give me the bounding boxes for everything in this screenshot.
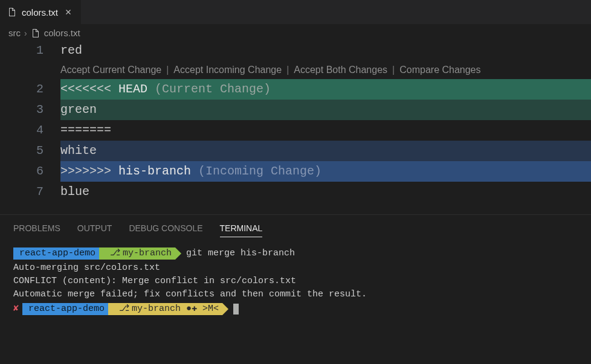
prompt-branch-chip: ⎇my-branch [99,247,175,260]
terminal-command: git merge his-branch [186,247,295,260]
terminal[interactable]: react-app-demo ⎇my-branch git merge his-… [0,243,591,323]
tab-debug-console[interactable]: DEBUG CONSOLE [129,223,202,237]
close-icon[interactable] [63,7,74,18]
conflict-separator[interactable]: ======= [60,120,591,141]
tab-problems[interactable]: PROBLEMS [13,223,60,237]
accept-both-link[interactable]: Accept Both Changes [294,61,387,79]
accept-current-link[interactable]: Accept Current Change [60,61,161,79]
prompt-repo-chip: react-app-demo [13,247,99,260]
terminal-line: react-app-demo ⎇my-branch git merge his-… [13,247,578,260]
terminal-output: CONFLICT (content): Merge conflict in sr… [13,275,578,288]
breadcrumb-folder[interactable]: src [8,28,21,38]
conflict-current-marker[interactable]: <<<<<<< HEAD (Current Change) [60,79,591,100]
chevron-right-icon: › [24,28,27,38]
branch-icon: ⎇ [110,248,120,258]
tab-label: colors.txt [22,7,58,18]
gutter: 7 [0,182,60,202]
code-text[interactable]: white [60,141,591,161]
prompt-repo-chip: react-app-demo [22,303,108,315]
tab-colors-txt[interactable]: colors.txt [0,0,81,24]
separator: | [166,61,169,79]
conflict-incoming-marker[interactable]: >>>>>>> his-branch (Incoming Change) [60,161,591,182]
bottom-panel: PROBLEMS OUTPUT DEBUG CONSOLE TERMINAL r… [0,214,591,323]
breadcrumb[interactable]: src › colors.txt [0,24,591,40]
code-text[interactable]: red [60,40,591,61]
tab-output[interactable]: OUTPUT [77,223,112,237]
file-icon [7,7,17,17]
merge-codelens: Accept Current Change | Accept Incoming … [0,61,591,79]
tab-bar: colors.txt [0,0,591,24]
line-2[interactable]: 2 <<<<<<< HEAD (Current Change) [0,79,591,100]
breadcrumb-file[interactable]: colors.txt [44,28,80,38]
tab-terminal[interactable]: TERMINAL [220,223,263,237]
gutter: 6 [0,161,60,182]
file-icon [31,28,40,38]
branch-icon: ⎇ [119,304,129,314]
code-text[interactable]: green [60,100,591,120]
line-6[interactable]: 6 >>>>>>> his-branch (Incoming Change) [0,161,591,182]
gutter: 1 [0,40,60,61]
terminal-output: Automatic merge failed; fix conflicts an… [13,288,578,301]
editor[interactable]: 1 red Accept Current Change | Accept Inc… [0,40,591,202]
line-5[interactable]: 5 white [0,141,591,161]
line-1[interactable]: 1 red [0,40,591,61]
panel-tabbar: PROBLEMS OUTPUT DEBUG CONSOLE TERMINAL [0,215,591,243]
separator: | [286,61,289,79]
prompt-branch-chip: ⎇my-branch ●✚ >M< [108,303,222,315]
compare-changes-link[interactable]: Compare Changes [399,61,480,79]
gutter: 4 [0,120,60,141]
gutter: 5 [0,141,60,161]
terminal-cursor[interactable] [233,304,239,315]
separator: | [392,61,395,79]
accept-incoming-link[interactable]: Accept Incoming Change [173,61,282,79]
gutter: 3 [0,100,60,120]
gutter: 2 [0,79,60,100]
line-7[interactable]: 7 blue [0,182,591,202]
error-icon: ✘ [13,302,19,316]
terminal-line: ✘ react-app-demo ⎇my-branch ●✚ >M< [13,302,578,316]
line-3[interactable]: 3 green [0,100,591,120]
terminal-output: Auto-merging src/colors.txt [13,261,578,275]
code-text[interactable]: blue [60,182,591,202]
line-4[interactable]: 4 ======= [0,120,591,141]
